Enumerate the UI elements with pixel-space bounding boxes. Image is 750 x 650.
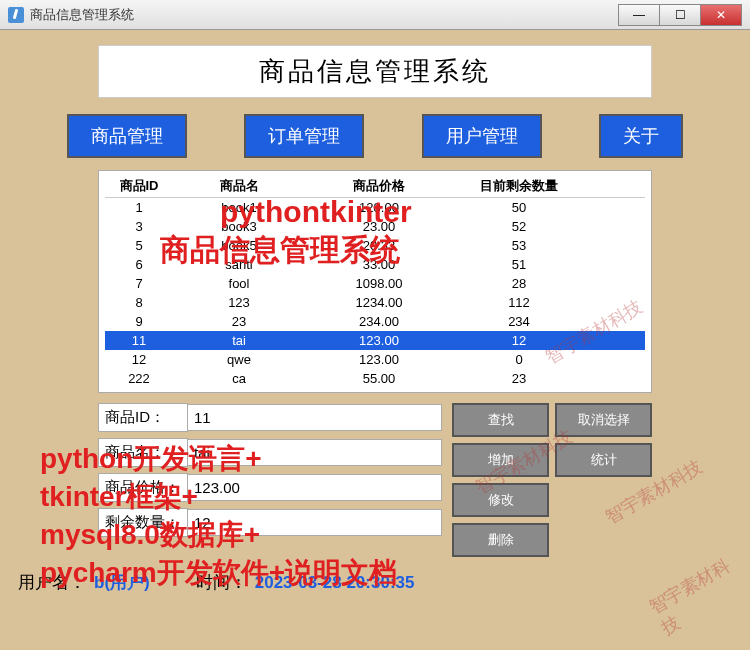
cell-stock: 23: [449, 371, 589, 386]
cell-name: fool: [169, 276, 309, 291]
cell-price: 1234.00: [309, 295, 449, 310]
col-price: 商品价格: [309, 177, 449, 195]
table-body: 1book1128.00503book323.00525book520.3353…: [105, 198, 645, 388]
cell-stock: 52: [449, 219, 589, 234]
cell-price: 128.00: [309, 200, 449, 215]
cell-price: 123.00: [309, 352, 449, 367]
cell-stock: 112: [449, 295, 589, 310]
label-name: 商品名：: [98, 438, 188, 467]
cell-price: 234.00: [309, 314, 449, 329]
status-time-label: 时间：: [196, 571, 247, 594]
cell-price: 123.00: [309, 333, 449, 348]
window-titlebar: 商品信息管理系统 — ☐ ✕: [0, 0, 750, 30]
table-row[interactable]: 5book520.3353: [105, 236, 645, 255]
cell-stock: 234: [449, 314, 589, 329]
cell-stock: 51: [449, 257, 589, 272]
action-buttons: 查找 取消选择 增加 统计 修改 删除: [452, 403, 652, 557]
cell-name: book3: [169, 219, 309, 234]
maximize-button[interactable]: ☐: [659, 4, 701, 26]
cell-name: 23: [169, 314, 309, 329]
cell-price: 23.00: [309, 219, 449, 234]
add-button[interactable]: 增加: [452, 443, 549, 477]
edit-button[interactable]: 修改: [452, 483, 549, 517]
minimize-button[interactable]: —: [618, 4, 660, 26]
table-row[interactable]: 6santi33.0051: [105, 255, 645, 274]
form-area: 商品ID： 11 商品名： tai 商品价格： 123.00 剩余数量： 12 …: [98, 403, 652, 557]
input-stock[interactable]: 12: [187, 509, 442, 536]
input-price[interactable]: 123.00: [187, 474, 442, 501]
col-name: 商品名: [169, 177, 309, 195]
input-name[interactable]: tai: [187, 439, 442, 466]
nav-product[interactable]: 商品管理: [67, 114, 187, 158]
nav-about[interactable]: 关于: [599, 114, 683, 158]
cell-id: 5: [109, 238, 169, 253]
close-button[interactable]: ✕: [700, 4, 742, 26]
stats-button[interactable]: 统计: [555, 443, 652, 477]
col-id: 商品ID: [109, 177, 169, 195]
cell-name: book1: [169, 200, 309, 215]
search-button[interactable]: 查找: [452, 403, 549, 437]
label-id: 商品ID：: [98, 403, 188, 432]
window-title: 商品信息管理系统: [30, 6, 619, 24]
nav-user[interactable]: 用户管理: [422, 114, 542, 158]
status-user-value: b(用户): [94, 571, 150, 594]
nav-order[interactable]: 订单管理: [244, 114, 364, 158]
cell-id: 11: [109, 333, 169, 348]
cell-id: 222: [109, 371, 169, 386]
client-area: 商品信息管理系统 商品管理 订单管理 用户管理 关于 商品ID 商品名 商品价格…: [0, 30, 750, 650]
nav-bar: 商品管理 订单管理 用户管理 关于: [18, 114, 732, 170]
form-fields: 商品ID： 11 商品名： tai 商品价格： 123.00 剩余数量： 12: [98, 403, 442, 557]
cell-price: 20.33: [309, 238, 449, 253]
cell-name: santi: [169, 257, 309, 272]
cell-stock: 12: [449, 333, 589, 348]
cell-stock: 0: [449, 352, 589, 367]
col-stock: 目前剩余数量: [449, 177, 589, 195]
table-row[interactable]: 81231234.00112: [105, 293, 645, 312]
table-row[interactable]: 12qwe123.000: [105, 350, 645, 369]
cell-id: 1: [109, 200, 169, 215]
input-id[interactable]: 11: [187, 404, 442, 431]
cell-stock: 28: [449, 276, 589, 291]
page-title: 商品信息管理系统: [98, 45, 652, 98]
table-row[interactable]: 11tai123.0012: [105, 331, 645, 350]
status-time-value: 2023-03-28 20:30:35: [255, 573, 415, 593]
cell-price: 1098.00: [309, 276, 449, 291]
watermark: 智宇素材科技: [645, 548, 750, 640]
cell-id: 7: [109, 276, 169, 291]
cell-name: 123: [169, 295, 309, 310]
cell-id: 9: [109, 314, 169, 329]
cell-name: book5: [169, 238, 309, 253]
cell-id: 12: [109, 352, 169, 367]
app-icon: [8, 7, 24, 23]
cell-id: 8: [109, 295, 169, 310]
cell-stock: 53: [449, 238, 589, 253]
label-price: 商品价格：: [98, 473, 188, 502]
cell-name: tai: [169, 333, 309, 348]
label-stock: 剩余数量：: [98, 508, 188, 537]
cell-name: ca: [169, 371, 309, 386]
cell-id: 3: [109, 219, 169, 234]
window-buttons: — ☐ ✕: [619, 4, 742, 26]
cell-price: 33.00: [309, 257, 449, 272]
status-user-label: 用户名：: [18, 571, 86, 594]
cell-price: 55.00: [309, 371, 449, 386]
cancel-select-button[interactable]: 取消选择: [555, 403, 652, 437]
table-header: 商品ID 商品名 商品价格 目前剩余数量: [105, 175, 645, 198]
cell-name: qwe: [169, 352, 309, 367]
delete-button[interactable]: 删除: [452, 523, 549, 557]
status-bar: 用户名： b(用户) 时间： 2023-03-28 20:30:35: [18, 571, 732, 594]
table-row[interactable]: 7fool1098.0028: [105, 274, 645, 293]
table-row[interactable]: 3book323.0052: [105, 217, 645, 236]
table-row[interactable]: 923234.00234: [105, 312, 645, 331]
table-row[interactable]: 222ca55.0023: [105, 369, 645, 388]
cell-id: 6: [109, 257, 169, 272]
cell-stock: 50: [449, 200, 589, 215]
table-row[interactable]: 1book1128.0050: [105, 198, 645, 217]
product-table: 商品ID 商品名 商品价格 目前剩余数量 1book1128.00503book…: [98, 170, 652, 393]
